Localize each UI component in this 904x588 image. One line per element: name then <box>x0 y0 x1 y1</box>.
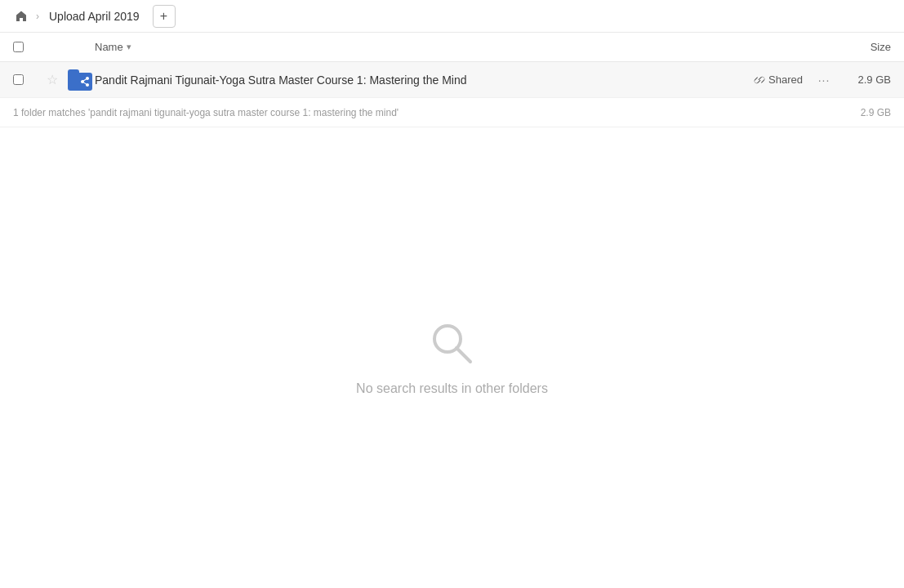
empty-state: No search results in other folders <box>0 127 904 588</box>
sort-arrow-icon: ▾ <box>127 42 131 52</box>
breadcrumb-bar: › Upload April 2019 + <box>0 0 904 33</box>
folder-icon <box>68 69 92 91</box>
column-name-header[interactable]: Name ▾ <box>95 41 826 53</box>
select-all-checkbox[interactable] <box>13 42 24 52</box>
row-checkbox-area[interactable] <box>13 74 39 85</box>
no-results-message: No search results in other folders <box>356 381 548 396</box>
folder-icon-area <box>65 69 95 91</box>
row-checkbox[interactable] <box>13 74 24 85</box>
home-button[interactable] <box>10 5 33 28</box>
star-button[interactable]: ☆ <box>39 72 65 87</box>
column-size-header: Size <box>826 41 891 53</box>
matches-info-row: 1 folder matches 'pandit rajmani tigunai… <box>0 98 904 127</box>
link-icon <box>754 74 765 86</box>
file-size: 2.9 GB <box>842 74 891 86</box>
svg-line-1 <box>456 348 470 362</box>
folder-name: Pandit Rajmani Tigunait-Yoga Sutra Maste… <box>95 74 754 87</box>
breadcrumb-folder[interactable]: Upload April 2019 <box>42 7 146 26</box>
no-results-search-icon <box>428 319 477 368</box>
breadcrumb-chevron: › <box>36 11 39 22</box>
star-icon: ☆ <box>47 72 58 87</box>
folder-row[interactable]: ☆ Pandit Rajmani Tigunait-Yoga Sutra Mas… <box>0 62 904 98</box>
column-header-row: Name ▾ Size <box>0 33 904 62</box>
folder-share-icon <box>80 77 90 88</box>
shared-badge: Shared <box>754 74 803 86</box>
more-options-button[interactable]: ··· <box>813 69 835 91</box>
matches-text: 1 folder matches 'pandit rajmani tigunai… <box>13 107 861 118</box>
add-button[interactable]: + <box>153 5 176 28</box>
header-checkbox[interactable] <box>13 42 39 52</box>
matches-size: 2.9 GB <box>861 107 891 118</box>
